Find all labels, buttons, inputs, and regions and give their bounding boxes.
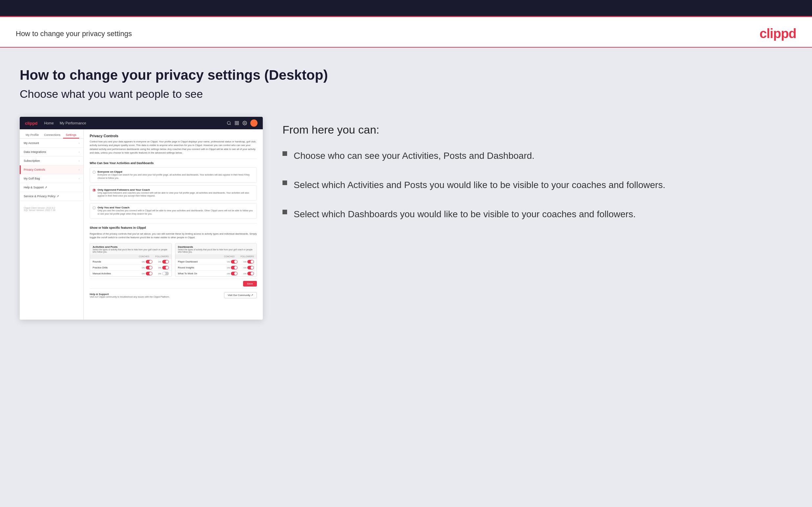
mock-nav-home: Home [44, 121, 54, 125]
mock-activities-table: Activities and Posts Select the types of… [90, 243, 172, 277]
svg-rect-3 [237, 121, 239, 123]
clippd-logo: clippd [759, 26, 796, 41]
right-panel: From here you can: Choose who can see yo… [283, 117, 792, 221]
content-title: How to change your privacy settings (Des… [20, 67, 792, 83]
mock-nav-icons [226, 119, 258, 127]
mock-row-player-dash: Player Dashboard ON ON [175, 259, 257, 265]
mock-radio-followers[interactable]: Only Approved Followers and Your Coach O… [90, 185, 257, 201]
mock-radio-circle-followers [93, 189, 96, 192]
search-icon [226, 121, 231, 125]
mock-toggle-whattowork-coaches[interactable] [231, 272, 238, 275]
mock-visit-community-button[interactable]: Visit Our Community ↗ [224, 292, 257, 298]
mock-row-rounds: Rounds ON ON [90, 259, 171, 265]
chevron-right-icon: › [79, 160, 80, 162]
svg-rect-4 [235, 123, 237, 125]
mock-row-round-insights: Round Insights ON ON [175, 265, 257, 270]
mock-tab-profile[interactable]: My Profile [23, 132, 41, 138]
mock-radio-circle-onlyyou [93, 207, 96, 209]
bullet-square-1 [283, 151, 287, 156]
mock-privacy-title: Privacy Controls [90, 134, 257, 138]
mock-sidebar-golfbag[interactable]: My Golf Bag › [20, 174, 84, 183]
mock-toggle-section: Activities and Posts Select the types of… [90, 243, 257, 277]
bullet-item-3: Select which Dashboards you would like t… [283, 208, 792, 221]
content-subtitle: Choose what you want people to see [20, 88, 792, 100]
mock-radio-onlyyou[interactable]: Only You and Your Coach Only you and the… [90, 203, 257, 219]
bullet-text-2: Select which Activities and Posts you wo… [294, 178, 665, 191]
mock-toggle-practice-followers[interactable] [162, 266, 169, 269]
bullet-square-2 [283, 180, 287, 185]
mock-sidebar-privacy[interactable]: Privacy Controls › [20, 165, 84, 174]
page-header-title: How to change your privacy settings [16, 30, 132, 38]
svg-point-6 [244, 122, 245, 124]
chevron-right-icon: › [79, 151, 80, 154]
mock-radio-circle-everyone [93, 171, 96, 174]
mock-toggle-manual-coaches[interactable] [146, 272, 152, 275]
bullet-list: Choose who can see your Activities, Post… [283, 149, 792, 221]
mock-save-button[interactable]: Save [243, 281, 257, 286]
mock-help-title: Help & Support [90, 293, 170, 296]
bullet-item-2: Select which Activities and Posts you wo… [283, 178, 792, 191]
bullet-item-1: Choose who can see your Activities, Post… [283, 149, 792, 162]
mock-sidebar-help[interactable]: Help & Support ↗ [20, 183, 84, 192]
main-content: How to change your privacy settings (Des… [0, 48, 812, 507]
mock-tab-settings[interactable]: Settings [63, 132, 79, 138]
chevron-right-icon: › [79, 168, 80, 171]
mock-toggle-manual-followers[interactable] [162, 272, 169, 275]
mock-main-content: Privacy Controls Control how you and you… [84, 129, 263, 320]
mock-toggle-playerdash-followers[interactable] [247, 260, 254, 264]
mock-toggle-whattowork-followers[interactable] [247, 272, 254, 275]
mock-sidebar: My Profile Connections Settings My Accou… [20, 129, 84, 320]
mock-toggle-roundinsights-coaches[interactable] [231, 266, 238, 269]
mock-row-practice: Practice Drills ON ON [90, 265, 171, 270]
grid-icon [235, 121, 239, 125]
mock-show-hide-title: Show or hide specific features in Clippd [90, 223, 257, 229]
mock-navbar: clippd Home My Performance [20, 117, 263, 129]
mock-help-desc: Visit our Clippd community to troublesho… [90, 296, 170, 298]
mock-nav-performance: My Performance [60, 121, 86, 125]
top-navbar [0, 0, 812, 17]
bullet-text-3: Select which Dashboards you would like t… [294, 208, 636, 221]
mock-tab-bar: My Profile Connections Settings [20, 129, 84, 139]
bullet-text-1: Choose who can see your Activities, Post… [294, 149, 535, 162]
svg-rect-5 [237, 123, 239, 125]
mock-save-row: Save [90, 279, 257, 288]
mock-toggle-roundinsights-followers[interactable] [247, 266, 254, 269]
mock-help-section: Help & Support Visit our Clippd communit… [90, 288, 257, 301]
mock-toggle-playerdash-coaches[interactable] [231, 260, 238, 264]
svg-point-0 [227, 121, 230, 124]
mock-version-text: Clippd Client Version: 2022.8.2SQL Serve… [20, 204, 84, 214]
mock-row-what-to-work: What To Work On ON ON [175, 270, 257, 276]
two-column-layout: clippd Home My Performance My Profil [20, 117, 792, 320]
mock-logo: clippd [25, 121, 38, 126]
mock-nav-links: Home My Performance [44, 121, 86, 125]
mock-toggle-rounds-followers[interactable] [162, 260, 169, 264]
from-here-title: From here you can: [283, 123, 792, 136]
bullet-square-3 [283, 210, 287, 214]
mock-toggle-practice-coaches[interactable] [146, 266, 152, 269]
page-header: How to change your privacy settings clip… [0, 17, 812, 48]
mock-sidebar-privacy-policy[interactable]: Service & Privacy Policy ↗ [20, 192, 84, 201]
mock-show-hide-desc: Regardless of the privacy controls that … [90, 232, 257, 239]
chevron-right-icon: › [79, 142, 80, 145]
mock-who-can-see-title: Who Can See Your Activities and Dashboar… [90, 159, 257, 165]
mock-radio-everyone[interactable]: Everyone on Clippd Everyone on Clippd ca… [90, 167, 257, 183]
mock-row-manual: Manual Activities ON ON [90, 270, 171, 276]
mock-avatar [250, 119, 258, 127]
chevron-right-icon: › [79, 177, 80, 180]
mock-tab-connections[interactable]: Connections [41, 132, 63, 138]
mock-toggle-rounds-coaches[interactable] [146, 260, 152, 264]
mock-sidebar-myaccount[interactable]: My Account › [20, 139, 84, 148]
svg-line-1 [230, 124, 231, 125]
mock-privacy-desc: Control how you and your data appears to… [90, 140, 257, 155]
mock-dashboards-table: Dashboards Select the types of activity … [175, 243, 257, 277]
mock-sidebar-dataintegrations[interactable]: Data Integrations › [20, 148, 84, 157]
mock-radio-group: Everyone on Clippd Everyone on Clippd ca… [90, 167, 257, 219]
settings-icon [242, 121, 247, 125]
svg-rect-2 [235, 121, 237, 123]
mock-page-body: My Profile Connections Settings My Accou… [20, 129, 263, 320]
mock-sidebar-subscription[interactable]: Subscription › [20, 157, 84, 165]
app-screenshot: clippd Home My Performance My Profil [20, 117, 263, 320]
